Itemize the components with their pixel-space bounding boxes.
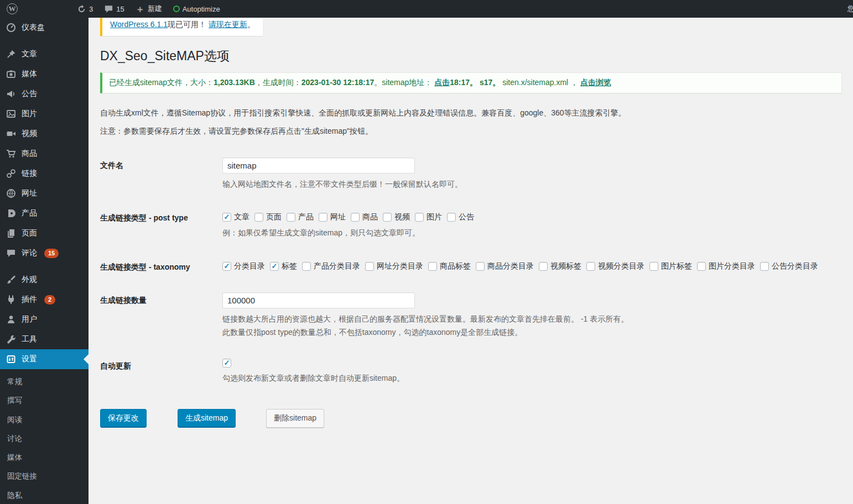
disc-icon (6, 208, 17, 219)
sidebar-item-users[interactable]: 用户 (0, 309, 89, 329)
submenu-item-permalinks[interactable]: 固定链接 (0, 467, 89, 486)
sidebar-item-links[interactable]: 链接 (0, 164, 89, 183)
sidebar-item-shop[interactable]: 商品 (0, 144, 89, 164)
post-type-option-pages[interactable]: 页面 (254, 212, 282, 222)
submenu-item-general[interactable]: 常规 (0, 372, 89, 391)
media-icon (6, 69, 17, 80)
checkbox[interactable] (222, 213, 231, 222)
save-changes-button[interactable]: 保存更改 (100, 409, 147, 428)
submenu-item-reading[interactable]: 阅读 (0, 411, 89, 429)
updates-count: 3 (89, 5, 93, 13)
checkbox[interactable] (302, 262, 311, 271)
settings-submenu: 常规 撰写 阅读 讨论 媒体 固定链接 隐私 Autoptimize ckpla… (0, 369, 89, 504)
checkbox[interactable] (447, 213, 456, 222)
auto-update-help: 勾选则发布新文章或者删除文章时自动更新sitemap。 (222, 372, 842, 385)
checkbox[interactable] (476, 262, 485, 271)
image-icon (6, 108, 17, 119)
post-type-option-urls[interactable]: 网址 (319, 212, 346, 222)
checkbox[interactable] (415, 213, 424, 222)
post-type-option-products[interactable]: 产品 (287, 212, 314, 222)
post-type-option-images[interactable]: 图片 (415, 212, 442, 222)
taxonomy-option-goods-tags[interactable]: 商品标签 (428, 261, 471, 271)
checkbox[interactable] (254, 213, 263, 222)
sidebar-item-urls[interactable]: 网址 (0, 183, 89, 203)
checkbox[interactable] (697, 262, 706, 271)
taxonomy-option-image-categories[interactable]: 图片分类目录 (697, 261, 755, 271)
checkbox[interactable] (760, 262, 769, 271)
sidebar-item-comments[interactable]: 评论 15 (0, 243, 89, 263)
checkbox[interactable] (319, 213, 327, 222)
post-type-checkbox-group: 文章 页面 产品 网址 商品 视频 图片 公告 (222, 210, 842, 222)
post-type-option-goods[interactable]: 商品 (351, 212, 378, 222)
taxonomy-option-tags[interactable]: 标签 (270, 261, 297, 271)
taxonomy-checkbox-group: 分类目录 标签 产品分类目录 网址分类目录 商品标签 商品分类目录 视频标签 视… (222, 259, 842, 271)
taxonomy-option-url-categories[interactable]: 网址分类目录 (365, 261, 423, 271)
auto-update-row: 自动更新 勾选则发布新文章或者删除文章时自动更新sitemap。 (100, 358, 842, 385)
filename-input[interactable] (222, 158, 415, 174)
checkbox[interactable] (270, 262, 279, 271)
sidebar-item-posts[interactable]: 文章 (0, 44, 89, 64)
taxonomy-option-goods-categories[interactable]: 商品分类目录 (476, 261, 534, 271)
sidebar-item-plugins[interactable]: 插件 2 (0, 290, 89, 309)
submenu-item-privacy[interactable]: 隐私 (0, 486, 89, 504)
wrench-icon (6, 334, 17, 345)
generate-sitemap-button[interactable]: 生成sitemap (178, 409, 236, 428)
sitemap-click-link[interactable]: 点击 (434, 78, 450, 87)
sidebar-item-media[interactable]: 媒体 (0, 64, 89, 84)
sidebar-item-products[interactable]: 产品 (0, 203, 89, 223)
post-type-option-announcements[interactable]: 公告 (447, 212, 474, 222)
taxonomy-option-video-tags[interactable]: 视频标签 (539, 261, 581, 271)
sidebar-item-announcements[interactable]: 公告 (0, 84, 89, 104)
sidebar-item-videos[interactable]: 视频 (0, 124, 89, 144)
post-type-label: 生成链接类型 - post type (100, 210, 222, 239)
success-bold-fragment: 18:17。 (450, 78, 477, 87)
sidebar-item-tools[interactable]: 工具 (0, 329, 89, 349)
taxonomy-option-categories[interactable]: 分类目录 (222, 261, 265, 271)
wordpress-menu-button[interactable]: W (0, 0, 24, 18)
checkbox[interactable] (351, 213, 360, 222)
link-count-input[interactable] (222, 292, 415, 308)
pages-icon (6, 228, 17, 239)
taxonomy-row: 生成链接类型 - taxonomy 分类目录 标签 产品分类目录 网址分类目录 … (100, 259, 842, 272)
sidebar-item-appearance[interactable]: 外观 (0, 270, 89, 290)
filename-help: 输入网站地图文件名，注意不带文件类型后缀！一般保留默认名即可。 (222, 179, 842, 191)
new-content-button[interactable]: ＋ 新建 (130, 0, 168, 18)
taxonomy-option-product-categories[interactable]: 产品分类目录 (302, 261, 360, 271)
sidebar-item-settings[interactable]: 设置 (0, 349, 89, 369)
checkbox[interactable] (649, 262, 658, 271)
auto-update-checkbox[interactable] (222, 359, 231, 368)
checkbox[interactable] (287, 213, 295, 222)
comments-button[interactable]: 15 (98, 0, 129, 18)
updates-button[interactable]: 3 (71, 0, 98, 18)
taxonomy-option-image-tags[interactable]: 图片标签 (649, 261, 692, 271)
post-type-option-videos[interactable]: 视频 (383, 212, 410, 222)
submenu-item-media[interactable]: 媒体 (0, 448, 89, 467)
sidebar-item-images[interactable]: 图片 (0, 104, 89, 124)
delete-sitemap-button[interactable]: 删除sitemap (266, 409, 324, 428)
action-buttons: 保存更改 生成sitemap 删除sitemap (100, 409, 842, 428)
globe-icon (6, 188, 17, 199)
submenu-item-discussion[interactable]: 讨论 (0, 429, 89, 448)
sitemap-browse-link[interactable]: 点击浏览 (580, 78, 611, 87)
checkbox[interactable] (222, 262, 231, 271)
checkbox[interactable] (539, 262, 548, 271)
taxonomy-option-video-categories[interactable]: 视频分类目录 (586, 261, 644, 271)
update-notice-suffix: 。 (247, 20, 255, 29)
post-type-row: 生成链接类型 - post type 文章 页面 产品 网址 商品 视频 图片 … (100, 210, 842, 239)
wordpress-version-link[interactable]: WordPress 6.1.1 (110, 20, 168, 29)
autoptimize-button[interactable]: Autoptimize (168, 0, 226, 18)
taxonomy-option-announcement-categories[interactable]: 公告分类目录 (760, 261, 818, 271)
wordpress-admin-screen: W 3 15 ＋ 新建 Autoptimize 您 仪表盘 (0, 0, 853, 504)
account-greeting-partial[interactable]: 您 (847, 0, 853, 18)
update-now-link[interactable]: 请现在更新 (209, 20, 247, 29)
submenu-item-writing[interactable]: 撰写 (0, 391, 89, 410)
sidebar-item-dashboard[interactable]: 仪表盘 (0, 18, 89, 38)
checkbox[interactable] (383, 213, 392, 222)
link-icon (6, 168, 17, 179)
post-type-option-posts[interactable]: 文章 (222, 212, 249, 222)
sidebar-item-pages[interactable]: 页面 (0, 223, 89, 243)
checkbox[interactable] (428, 262, 437, 271)
checkbox[interactable] (365, 262, 374, 271)
checkbox[interactable] (586, 262, 595, 271)
comment-bubble-icon (6, 248, 17, 259)
